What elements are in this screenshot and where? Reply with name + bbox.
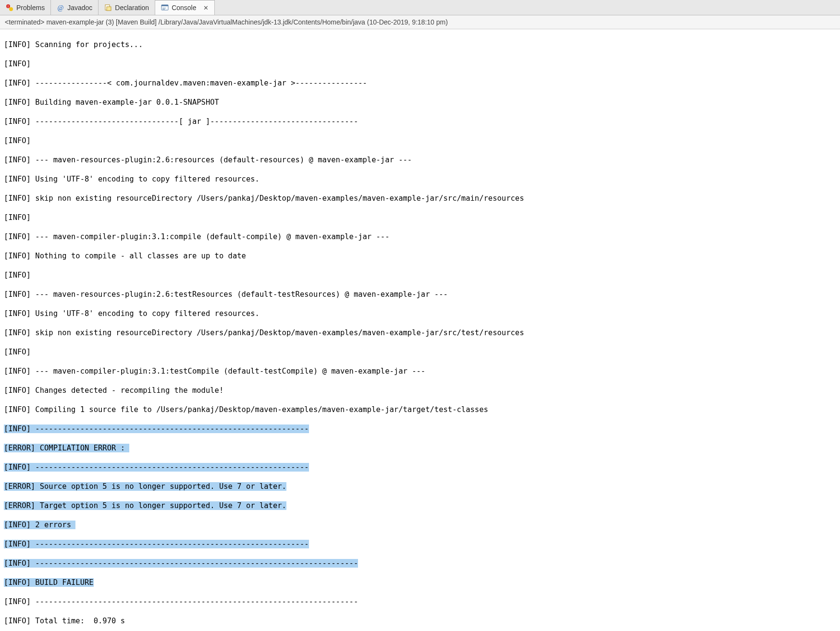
console-line: [INFO] ---------------------------------… [4,424,836,434]
console-line: [INFO] ----------------< com.journaldev.… [4,78,836,88]
close-icon[interactable]: ✕ [203,4,209,12]
view-tab-bar: ! Problems @ Javadoc Declaration Console… [0,0,840,15]
console-line: [INFO] Using 'UTF-8' encoding to copy fi… [4,174,836,184]
tab-label: Problems [16,4,45,12]
console-line: [ERROR] Target option 5 is no longer sup… [4,501,836,510]
tab-label: Console [172,4,196,12]
console-line: [INFO] skip non existing resourceDirecto… [4,194,836,203]
console-line: [INFO] --- maven-compiler-plugin:3.1:tes… [4,366,836,376]
console-line: [INFO] [4,270,836,280]
svg-rect-7 [161,5,168,6]
console-line: [INFO] [4,347,836,357]
console-line: [INFO] ---------------------------------… [4,462,836,472]
svg-rect-8 [162,8,166,9]
console-line: [INFO] 2 errors [4,520,836,530]
declaration-icon [104,4,112,12]
console-line: [INFO] --------------------------------[… [4,117,836,126]
console-line: [INFO] Scanning for projects... [4,40,836,49]
console-line: [ERROR] COMPILATION ERROR : [4,443,836,453]
console-line: [INFO] Total time: 0.970 s [4,616,836,626]
console-line: [INFO] Building maven-example-jar 0.0.1-… [4,97,836,107]
console-line: [ERROR] Source option 5 is no longer sup… [4,482,836,491]
svg-rect-5 [107,7,111,11]
console-line: [INFO] ---------------------------------… [4,539,836,549]
console-line: [INFO] Nothing to compile - all classes … [4,251,836,261]
console-line: [INFO] skip non existing resourceDirecto… [4,328,836,338]
console-icon [161,4,169,12]
problems-icon: ! [6,4,13,12]
console-line: [INFO] [4,59,836,69]
console-line: [INFO] ---------------------------------… [4,558,836,568]
console-line: [INFO] Using 'UTF-8' encoding to copy fi… [4,309,836,318]
console-output[interactable]: [INFO] Scanning for projects... [INFO] [… [0,29,840,631]
svg-point-1 [9,7,13,11]
svg-text:@: @ [58,4,64,12]
console-line: [INFO] --- maven-resources-plugin:2.6:re… [4,155,836,165]
tab-javadoc[interactable]: @ Javadoc [51,0,99,15]
console-line: [INFO] --- maven-compiler-plugin:3.1:com… [4,232,836,242]
tab-label: Javadoc [67,4,92,12]
svg-rect-9 [162,9,165,10]
console-line: [INFO] Changes detected - recompiling th… [4,386,836,395]
console-status-line: <terminated> maven-example-jar (3) [Mave… [0,15,840,29]
tab-label: Declaration [115,4,149,12]
console-line: [INFO] [4,213,836,222]
svg-text:!: ! [8,5,9,8]
console-line: [INFO] Compiling 1 source file to /Users… [4,405,836,414]
console-line: [INFO] --- maven-resources-plugin:2.6:te… [4,290,836,299]
console-line: [INFO] ---------------------------------… [4,597,836,607]
javadoc-icon: @ [57,4,64,12]
console-line: [INFO] [4,136,836,146]
tab-console[interactable]: Console ✕ [155,0,214,15]
tab-declaration[interactable]: Declaration [99,0,155,15]
tab-problems[interactable]: ! Problems [0,0,51,15]
console-line: [INFO] BUILD FAILURE [4,578,836,587]
